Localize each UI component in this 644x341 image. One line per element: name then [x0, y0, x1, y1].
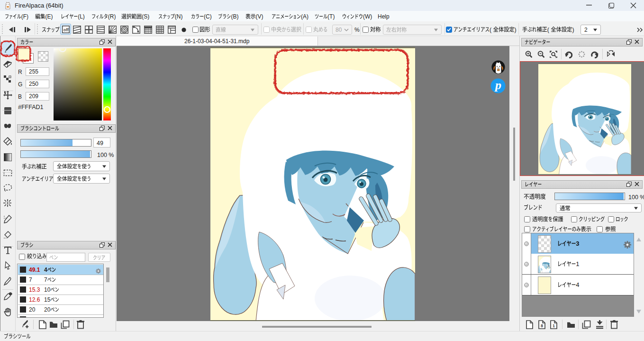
svg-text:1: 1 — [553, 323, 555, 328]
svg-text:(R): (R) — [108, 13, 116, 19]
svg-text:49: 49 — [97, 139, 103, 146]
svg-text:(W): (W) — [363, 13, 372, 19]
svg-text:15: 15 — [44, 296, 51, 303]
svg-text:7: 7 — [29, 276, 32, 283]
svg-text:7: 7 — [44, 276, 47, 283]
svg-text:FireAlpaca (64bit): FireAlpaca (64bit) — [15, 2, 63, 9]
svg-text:R: R — [18, 69, 22, 75]
svg-text:off: off — [63, 28, 69, 32]
svg-text:(N): (N) — [175, 13, 183, 19]
svg-text:): ) — [572, 27, 574, 33]
svg-text:(: ( — [547, 27, 550, 33]
svg-text:(S): (S) — [142, 13, 149, 19]
svg-text:26-1-03-04-04-51-31.mdp: 26-1-03-04-04-51-31.mdp — [184, 38, 250, 45]
svg-text:4: 4 — [576, 281, 579, 288]
svg-text:(E): (E) — [45, 13, 53, 19]
svg-text:49.1: 49.1 — [29, 267, 40, 273]
svg-text:(A): (A) — [301, 13, 308, 19]
svg-text:255: 255 — [29, 68, 38, 75]
svg-text:1: 1 — [576, 260, 579, 267]
svg-text:p: p — [494, 78, 501, 92]
svg-text:20: 20 — [29, 306, 36, 313]
svg-text:15.3: 15.3 — [29, 286, 40, 293]
svg-text:(V): (V) — [256, 13, 263, 19]
svg-text:(C): (C) — [204, 13, 212, 19]
svg-text:20: 20 — [44, 306, 51, 313]
svg-text:(T): (T) — [327, 13, 335, 19]
svg-text:50: 50 — [44, 316, 51, 318]
svg-text:(F): (F) — [21, 13, 28, 19]
svg-text:%: % — [354, 26, 360, 33]
svg-text:#FFFAD1: #FFFAD1 — [18, 103, 44, 110]
svg-text:100 %: 100 % — [628, 194, 644, 200]
svg-text:3: 3 — [576, 240, 579, 247]
svg-text:50: 50 — [29, 316, 36, 318]
svg-text:8: 8 — [541, 323, 543, 328]
svg-text:209: 209 — [29, 93, 38, 100]
svg-text:): ) — [515, 27, 517, 33]
svg-text:100 %: 100 % — [97, 151, 114, 158]
svg-text:(B): (B) — [231, 13, 238, 19]
svg-text:(L): (L) — [78, 13, 85, 19]
svg-text:(: ( — [490, 27, 492, 33]
svg-text:12.6: 12.6 — [29, 296, 40, 303]
svg-text:10: 10 — [44, 286, 51, 293]
svg-text:Help: Help — [378, 13, 390, 19]
svg-text:80: 80 — [336, 27, 342, 33]
svg-text:2: 2 — [584, 27, 588, 33]
svg-text:4: 4 — [44, 267, 47, 273]
svg-text:G: G — [18, 81, 22, 88]
svg-text:B: B — [18, 93, 22, 100]
svg-text:250: 250 — [29, 81, 38, 87]
